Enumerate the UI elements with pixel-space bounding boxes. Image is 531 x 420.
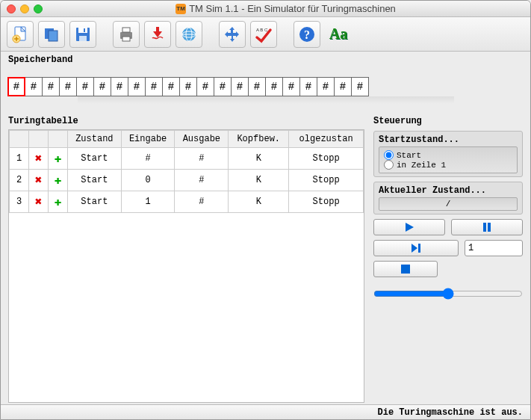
add-row-button[interactable]: ✚ [49,191,68,213]
tape-cell[interactable]: # [42,77,60,96]
svg-rect-23 [418,244,420,253]
speed-slider[interactable] [373,288,523,300]
window-close-button[interactable] [7,4,16,13]
tape-cell[interactable]: # [351,77,369,96]
print-icon [117,25,135,43]
web-icon [180,25,198,43]
step-count-input[interactable] [465,240,523,256]
tape-cell[interactable]: # [59,77,77,96]
svg-marker-19 [406,223,414,232]
table-row: 2✖✚Start0#KStopp [10,170,364,191]
start-option-a-label: Start [397,151,421,160]
play-button[interactable] [373,219,445,235]
tape-cell[interactable]: # [231,77,249,96]
tape-cell[interactable]: # [196,77,214,96]
stop-button[interactable] [373,261,438,277]
current-state-group: Aktueller Zustand... / [373,182,523,214]
save-button[interactable] [69,21,96,48]
cell-zustand[interactable]: Start [68,148,122,170]
table-row: 3✖✚Start1#KStopp [10,191,364,213]
cell-kopfbew[interactable]: K [229,191,289,213]
font-icon: Aa [329,25,347,43]
cell-kopfbew[interactable]: K [229,148,289,170]
move-icon [223,25,241,43]
cell-ausgabe[interactable]: # [175,148,229,170]
table-row: 1✖✚Start##KStopp [10,148,364,170]
help-button[interactable]: ? [294,21,320,48]
open-button[interactable] [38,21,65,48]
start-radio-row1[interactable] [384,160,394,170]
window-maximize-button[interactable] [34,4,43,13]
tape-cell[interactable]: # [145,77,163,96]
move-button[interactable] [219,21,246,48]
add-icon: ✚ [55,196,62,209]
tape-cell[interactable]: # [317,77,335,96]
tape-cell[interactable]: # [25,77,43,96]
app-badge-icon: TM [176,4,186,14]
tape-cell[interactable]: # [93,77,111,96]
new-button[interactable] [7,21,34,48]
web-button[interactable] [176,21,202,48]
tape-cell[interactable]: # [128,77,146,96]
cell-eingabe[interactable]: # [121,148,175,170]
table-header [49,131,68,148]
svg-rect-8 [84,28,85,32]
tape-cell[interactable]: # [179,77,197,96]
pdf-button[interactable] [144,21,171,48]
cell-folgezustand[interactable]: Stopp [289,170,364,191]
start-radio-start[interactable] [384,150,394,160]
add-row-button[interactable]: ✚ [49,148,68,170]
cell-ausgabe[interactable]: # [175,170,229,191]
cell-kopfbew[interactable]: K [229,170,289,191]
tape-cell[interactable]: # [214,77,232,96]
tape-cell[interactable]: # [265,77,283,96]
turing-table-container: ZustandEingabeAusgabeKopfbew.olgezustan … [8,129,364,403]
check-button[interactable]: A B C [250,21,277,48]
tape-cell[interactable]: # [162,77,180,96]
print-button[interactable] [113,21,140,48]
table-header: Kopfbew. [229,131,289,148]
svg-rect-11 [122,37,130,41]
delete-row-button[interactable]: ✖ [29,148,49,170]
titlebar: TM TM Sim 1.1 - Ein Simulator für Turing… [1,1,530,17]
add-icon: ✚ [55,152,62,166]
tape-cell[interactable]: # [248,77,266,96]
start-state-label: Startzustand... [379,135,518,145]
delete-row-button[interactable]: ✖ [29,170,49,191]
cell-zustand[interactable]: Start [68,191,122,213]
svg-text:A B C: A B C [256,28,268,32]
start-option-b-label: in Zeile 1 [397,161,446,170]
svg-rect-21 [488,223,491,232]
check-icon: A B C [254,25,273,43]
tape-cell[interactable]: # [7,77,25,96]
cell-folgezustand[interactable]: Stopp [289,191,364,213]
table-section-label: Turingtabelle [8,116,364,126]
delete-icon: ✖ [35,196,43,209]
cell-zustand[interactable]: Start [68,170,122,191]
table-header: Zustand [68,131,122,148]
tape-cell[interactable]: # [282,77,300,96]
delete-row-button[interactable]: ✖ [29,191,49,213]
cell-eingabe[interactable]: 0 [121,170,175,191]
tape-cell[interactable]: # [334,77,352,96]
toolbar: A B C ? Aa [1,17,530,52]
row-number: 3 [10,191,29,213]
cell-eingabe[interactable]: 1 [121,191,175,213]
tape-cell[interactable]: # [111,77,128,96]
table-header: Ausgabe [175,131,229,148]
window-minimize-button[interactable] [20,4,29,13]
svg-marker-22 [412,244,417,253]
delete-icon: ✖ [35,174,43,188]
delete-icon: ✖ [35,152,43,166]
start-state-group: Startzustand... Start in Zeile 1 [373,131,523,177]
cell-ausgabe[interactable]: # [175,191,229,213]
add-row-button[interactable]: ✚ [49,170,68,191]
font-button[interactable]: Aa [325,21,352,48]
tape-cell[interactable]: # [76,77,94,96]
pause-button[interactable] [451,219,523,235]
svg-rect-24 [401,265,410,274]
step-button[interactable] [373,240,459,256]
open-icon [43,25,60,43]
tape-cell[interactable]: # [299,77,317,96]
cell-folgezustand[interactable]: Stopp [289,148,364,170]
